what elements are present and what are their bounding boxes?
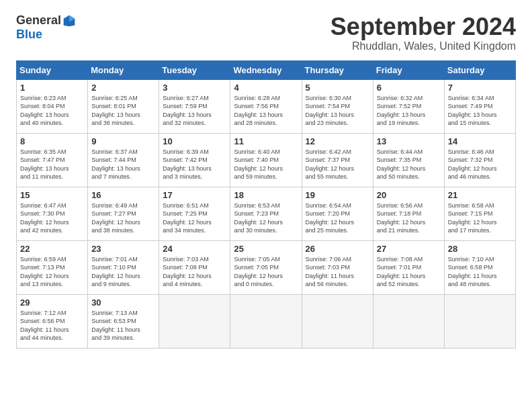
day-number: 9	[91, 136, 155, 146]
day-number: 19	[306, 190, 369, 200]
day-number: 18	[234, 190, 298, 200]
day-number: 22	[20, 244, 84, 254]
day-number: 10	[163, 136, 226, 146]
table-row	[373, 294, 444, 348]
day-info: Sunrise: 6:27 AM Sunset: 7:59 PM Dayligh…	[163, 94, 226, 128]
table-row: 15Sunrise: 6:47 AM Sunset: 7:30 PM Dayli…	[17, 187, 88, 240]
table-row: 29Sunrise: 7:12 AM Sunset: 6:56 PM Dayli…	[17, 294, 88, 348]
day-info: Sunrise: 7:08 AM Sunset: 7:01 PM Dayligh…	[377, 255, 441, 289]
table-row: 23Sunrise: 7:01 AM Sunset: 7:10 PM Dayli…	[88, 240, 159, 294]
day-info: Sunrise: 6:54 AM Sunset: 7:20 PM Dayligh…	[306, 201, 369, 235]
day-info: Sunrise: 6:28 AM Sunset: 7:56 PM Dayligh…	[234, 94, 298, 128]
location: Rhuddlan, Wales, United Kingdom	[330, 40, 516, 52]
table-row: 28Sunrise: 7:10 AM Sunset: 6:58 PM Dayli…	[444, 240, 515, 294]
day-info: Sunrise: 6:34 AM Sunset: 7:49 PM Dayligh…	[448, 94, 512, 128]
day-number: 2	[91, 83, 155, 93]
table-row: 8Sunrise: 6:35 AM Sunset: 7:47 PM Daylig…	[17, 133, 88, 187]
header-area: General Blue September 2024 Rhuddlan, Wa…	[16, 13, 516, 52]
day-info: Sunrise: 7:13 AM Sunset: 6:53 PM Dayligh…	[91, 309, 155, 342]
day-number: 4	[234, 83, 298, 93]
day-number: 20	[377, 190, 441, 200]
table-row: 18Sunrise: 6:53 AM Sunset: 7:23 PM Dayli…	[230, 187, 302, 240]
week-row-3: 22Sunrise: 6:59 AM Sunset: 7:13 PM Dayli…	[17, 240, 516, 294]
day-number: 27	[377, 244, 441, 254]
table-row: 24Sunrise: 7:03 AM Sunset: 7:08 PM Dayli…	[159, 240, 230, 294]
table-row	[230, 294, 302, 348]
day-number: 26	[306, 244, 369, 254]
table-row: 4Sunrise: 6:28 AM Sunset: 7:56 PM Daylig…	[230, 79, 302, 133]
day-number: 8	[20, 136, 84, 146]
day-info: Sunrise: 6:44 AM Sunset: 7:35 PM Dayligh…	[377, 148, 441, 181]
day-info: Sunrise: 6:40 AM Sunset: 7:40 PM Dayligh…	[234, 148, 298, 181]
day-number: 25	[234, 244, 298, 254]
day-info: Sunrise: 7:03 AM Sunset: 7:08 PM Dayligh…	[163, 255, 226, 289]
table-row: 19Sunrise: 6:54 AM Sunset: 7:20 PM Dayli…	[302, 187, 373, 240]
table-row: 21Sunrise: 6:58 AM Sunset: 7:15 PM Dayli…	[444, 187, 515, 240]
col-sunday: Sunday	[17, 60, 88, 79]
day-number: 1	[20, 83, 84, 93]
calendar-table: Sunday Monday Tuesday Wednesday Thursday…	[16, 60, 516, 349]
table-row: 20Sunrise: 6:56 AM Sunset: 7:18 PM Dayli…	[373, 187, 444, 240]
day-info: Sunrise: 7:05 AM Sunset: 7:05 PM Dayligh…	[234, 255, 298, 289]
table-row: 16Sunrise: 6:49 AM Sunset: 7:27 PM Dayli…	[88, 187, 159, 240]
title-area: September 2024 Rhuddlan, Wales, United K…	[330, 13, 516, 52]
day-info: Sunrise: 6:35 AM Sunset: 7:47 PM Dayligh…	[20, 148, 84, 181]
logo-icon	[62, 14, 76, 28]
day-number: 15	[20, 190, 84, 200]
table-row: 12Sunrise: 6:42 AM Sunset: 7:37 PM Dayli…	[302, 133, 373, 187]
day-info: Sunrise: 7:12 AM Sunset: 6:56 PM Dayligh…	[20, 309, 84, 342]
table-row: 2Sunrise: 6:25 AM Sunset: 8:01 PM Daylig…	[88, 79, 159, 133]
day-number: 11	[234, 136, 298, 146]
table-row: 17Sunrise: 6:51 AM Sunset: 7:25 PM Dayli…	[159, 187, 230, 240]
table-row: 5Sunrise: 6:30 AM Sunset: 7:54 PM Daylig…	[302, 79, 373, 133]
month-title: September 2024	[330, 13, 516, 40]
day-number: 14	[448, 136, 512, 146]
day-number: 23	[91, 244, 155, 254]
table-row: 13Sunrise: 6:44 AM Sunset: 7:35 PM Dayli…	[373, 133, 444, 187]
col-monday: Monday	[88, 60, 159, 79]
table-row: 22Sunrise: 6:59 AM Sunset: 7:13 PM Dayli…	[17, 240, 88, 294]
table-row: 11Sunrise: 6:40 AM Sunset: 7:40 PM Dayli…	[230, 133, 302, 187]
day-info: Sunrise: 7:01 AM Sunset: 7:10 PM Dayligh…	[91, 255, 155, 289]
day-info: Sunrise: 6:56 AM Sunset: 7:18 PM Dayligh…	[377, 201, 441, 235]
col-tuesday: Tuesday	[159, 60, 230, 79]
week-row-0: 1Sunrise: 6:23 AM Sunset: 8:04 PM Daylig…	[17, 79, 516, 133]
day-number: 30	[91, 298, 155, 308]
day-info: Sunrise: 6:30 AM Sunset: 7:54 PM Dayligh…	[306, 94, 369, 128]
table-row: 26Sunrise: 7:06 AM Sunset: 7:03 PM Dayli…	[302, 240, 373, 294]
day-number: 17	[163, 190, 226, 200]
week-row-2: 15Sunrise: 6:47 AM Sunset: 7:30 PM Dayli…	[17, 187, 516, 240]
day-number: 5	[306, 83, 369, 93]
day-info: Sunrise: 6:39 AM Sunset: 7:42 PM Dayligh…	[163, 148, 226, 181]
day-info: Sunrise: 6:42 AM Sunset: 7:37 PM Dayligh…	[306, 148, 369, 181]
table-row: 10Sunrise: 6:39 AM Sunset: 7:42 PM Dayli…	[159, 133, 230, 187]
table-row	[159, 294, 230, 348]
day-info: Sunrise: 7:10 AM Sunset: 6:58 PM Dayligh…	[448, 255, 512, 289]
day-info: Sunrise: 6:53 AM Sunset: 7:23 PM Dayligh…	[234, 201, 298, 235]
col-saturday: Saturday	[444, 60, 515, 79]
day-info: Sunrise: 6:46 AM Sunset: 7:32 PM Dayligh…	[448, 148, 512, 181]
day-number: 24	[163, 244, 226, 254]
day-info: Sunrise: 6:59 AM Sunset: 7:13 PM Dayligh…	[20, 255, 84, 289]
day-info: Sunrise: 6:37 AM Sunset: 7:44 PM Dayligh…	[91, 148, 155, 181]
day-number: 3	[163, 83, 226, 93]
table-row: 6Sunrise: 6:32 AM Sunset: 7:52 PM Daylig…	[373, 79, 444, 133]
table-row: 3Sunrise: 6:27 AM Sunset: 7:59 PM Daylig…	[159, 79, 230, 133]
day-info: Sunrise: 6:32 AM Sunset: 7:52 PM Dayligh…	[377, 94, 441, 128]
day-info: Sunrise: 6:23 AM Sunset: 8:04 PM Dayligh…	[20, 94, 84, 128]
logo-blue: Blue	[16, 28, 42, 42]
logo-general: General	[16, 13, 61, 28]
day-info: Sunrise: 6:51 AM Sunset: 7:25 PM Dayligh…	[163, 201, 226, 235]
table-row: 14Sunrise: 6:46 AM Sunset: 7:32 PM Dayli…	[444, 133, 515, 187]
calendar-body: 1Sunrise: 6:23 AM Sunset: 8:04 PM Daylig…	[17, 79, 516, 348]
day-info: Sunrise: 6:58 AM Sunset: 7:15 PM Dayligh…	[448, 201, 512, 235]
logo: General Blue	[16, 13, 76, 42]
col-friday: Friday	[373, 60, 444, 79]
table-row: 25Sunrise: 7:05 AM Sunset: 7:05 PM Dayli…	[230, 240, 302, 294]
day-number: 6	[377, 83, 441, 93]
day-info: Sunrise: 6:49 AM Sunset: 7:27 PM Dayligh…	[91, 201, 155, 235]
col-thursday: Thursday	[302, 60, 373, 79]
col-wednesday: Wednesday	[230, 60, 302, 79]
table-row: 1Sunrise: 6:23 AM Sunset: 8:04 PM Daylig…	[17, 79, 88, 133]
week-row-1: 8Sunrise: 6:35 AM Sunset: 7:47 PM Daylig…	[17, 133, 516, 187]
